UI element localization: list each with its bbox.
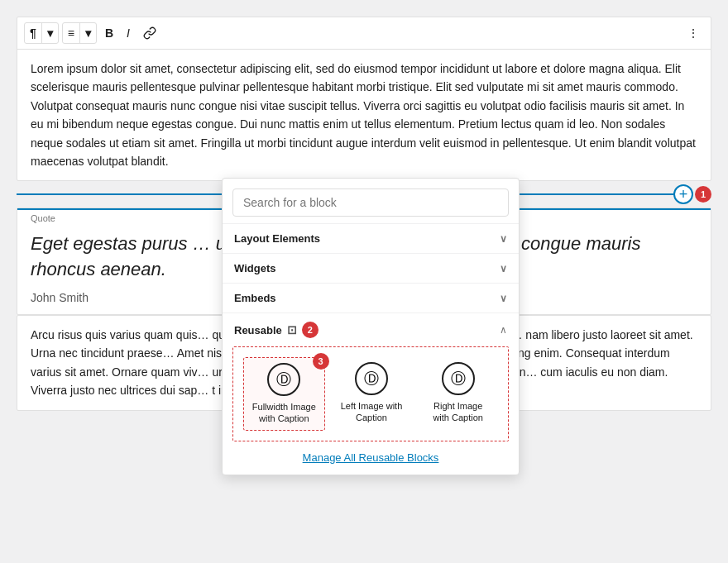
paragraph-block: ¶ ▾ ≡ ▾ B I ⋮ Lorem ipsum dolor sit amet…: [17, 17, 711, 181]
left-image-block-item[interactable]: Ⓓ Left Image withCaption: [332, 357, 412, 429]
italic-button[interactable]: I: [122, 23, 135, 43]
paragraph-button[interactable]: ¶: [25, 23, 42, 43]
right-image-icon: Ⓓ: [442, 362, 475, 395]
block-toolbar: ¶ ▾ ≡ ▾ B I ⋮: [17, 17, 711, 50]
step-2-badge: 2: [302, 322, 318, 338]
step-1-badge: 1: [695, 186, 711, 203]
reusable-label: Reusable: [234, 324, 282, 336]
layout-elements-category[interactable]: Layout Elements ∨: [223, 223, 519, 253]
dropdown-arrow-button[interactable]: ▾: [42, 23, 58, 43]
reusable-block-icon: ⊡: [287, 323, 297, 336]
bold-button[interactable]: B: [100, 23, 118, 43]
reusable-blocks-grid: 3 Ⓓ Fullwidth Imagewith Caption Ⓓ Left I…: [232, 346, 509, 441]
fullwidth-image-block-item[interactable]: 3 Ⓓ Fullwidth Imagewith Caption: [243, 357, 325, 431]
paragraph-content: Lorem ipsum dolor sit amet, consectetur …: [17, 50, 711, 180]
align-button[interactable]: ≡: [63, 23, 80, 43]
manage-reusable-blocks-link[interactable]: Manage All Reusable Blocks: [303, 451, 439, 464]
add-block-button[interactable]: +: [673, 184, 693, 204]
reusable-left-group: Reusable ⊡ 2: [234, 322, 318, 338]
step-3-badge: 3: [313, 353, 329, 370]
align-dropdown-button[interactable]: ▾: [80, 23, 96, 43]
left-image-label: Left Image withCaption: [341, 400, 403, 424]
layout-elements-label: Layout Elements: [234, 232, 320, 245]
embeds-category[interactable]: Embeds ∨: [223, 283, 519, 313]
embeds-label: Embeds: [234, 292, 276, 304]
manage-link-row: Manage All Reusable Blocks: [223, 441, 519, 475]
widgets-chevron-icon: ∨: [500, 263, 507, 274]
embeds-chevron-icon: ∨: [500, 293, 507, 304]
left-image-icon: Ⓓ: [355, 362, 388, 395]
widgets-category[interactable]: Widgets ∨: [223, 253, 519, 283]
fullwidth-image-label: Fullwidth Imagewith Caption: [252, 401, 316, 425]
more-options-button[interactable]: ⋮: [682, 23, 704, 43]
link-button[interactable]: [138, 23, 161, 43]
paragraph-format-group: ¶ ▾: [24, 22, 59, 44]
right-image-block-item[interactable]: Ⓓ Right Imagewith Caption: [418, 357, 498, 429]
block-inserter-popup: Layout Elements ∨ Widgets ∨ Embeds ∨ Reu…: [222, 178, 520, 475]
right-image-label: Right Imagewith Caption: [433, 400, 483, 424]
search-input[interactable]: [232, 188, 509, 217]
reusable-chevron-icon: ∧: [500, 324, 507, 336]
search-wrapper: [223, 179, 519, 223]
layout-chevron-icon: ∨: [500, 233, 507, 245]
widgets-label: Widgets: [234, 262, 275, 274]
align-group: ≡ ▾: [62, 22, 97, 44]
fullwidth-image-icon: Ⓓ: [267, 363, 300, 396]
reusable-category-header[interactable]: Reusable ⊡ 2 ∧: [223, 313, 519, 346]
